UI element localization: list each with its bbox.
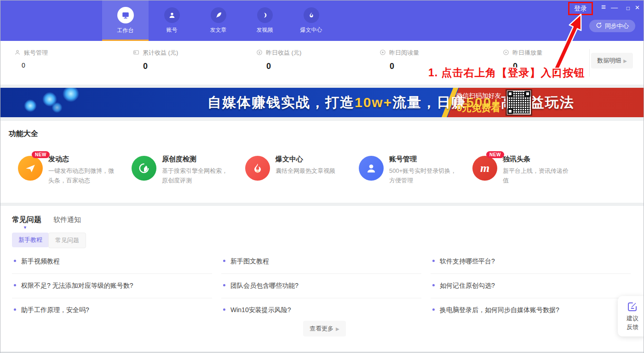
tab-publish-video[interactable]: 发视频 [242,0,288,41]
menu-button[interactable]: ≡ [601,3,606,12]
refresh-icon [596,22,602,30]
login-button[interactable]: 登录 [574,5,587,12]
faq-item[interactable]: 换电脑登录后，如何同步自媒体账号数据? [431,298,631,322]
tab-hot-center[interactable]: 爆文中心 [288,0,334,41]
view-more-label: 查看更多 [310,325,334,333]
person-icon [359,156,384,181]
edit-pen-icon [627,306,638,313]
feature-duxun-toutiao[interactable]: NEW m 独讯头条 新平台上线，资讯传递价值 [472,155,581,192]
person-outline-icon [14,49,21,57]
stat-total-income: 累计收益 (元) 0 [133,49,234,71]
faq-item[interactable]: 如何记住原创勾选? [431,274,631,298]
feature-name: 独讯头条 [503,155,530,164]
feature-name: 原创度检测 [162,155,196,164]
login-highlight-box[interactable]: 登录 [568,2,593,15]
faq-item[interactable]: Win10安装提示风险? [221,298,421,322]
feature-desc: 基于搜索引擎全网检索，原创度评测 [162,166,231,185]
tab-software-notice[interactable]: 软件通知 [53,216,81,224]
faq-item[interactable]: 新手视频教程 [12,250,212,274]
faq-column-2: 新手图文教程 团队会员包含哪些功能? Win10安装提示风险? [221,250,421,322]
view-more-button[interactable]: 查看更多 ▶ [303,321,346,336]
tab-publish-article[interactable]: 发文章 [195,0,242,41]
chevron-right-icon: ▶ [336,326,339,331]
play-circle-icon [503,49,509,57]
stat-label: 昨日收益 (元) [266,49,301,57]
feature-name: 账号管理 [389,155,417,164]
new-badge: NEW [32,151,50,158]
flame-icon [245,156,270,181]
minimize-button[interactable]: — [611,3,618,12]
faq-item[interactable]: 软件支持哪些平台? [431,250,631,274]
faq-item[interactable]: 权限不足? 无法添加对应等级的账号数? [12,274,212,298]
app-window: 工作台 账号 发文章 发视频 [0,0,644,353]
read-target-icon [380,49,386,57]
feature-desc: 新平台上线，资讯传递价值 [503,166,572,185]
tab-workbench-label: 工作台 [117,27,134,34]
divider [589,49,590,77]
pill-common-questions[interactable]: 常见问题 [48,233,86,248]
faq-item[interactable]: 新手图文教程 [221,250,421,274]
sync-center-label: 同步中心 [605,22,629,30]
stat-label: 累计收益 (元) [143,49,178,57]
data-detail-label: 数据明细 [597,57,621,65]
yen-circle-icon [256,49,263,57]
flame-icon [304,7,319,23]
sync-center-button[interactable]: 同步中心 [589,20,635,32]
promo-line2: 0元免费看 [452,102,505,114]
stat-yesterday-income: 昨日收益 (元) 0 [256,49,357,71]
feedback-label-line1: 建议 [618,314,644,323]
tab-publish-video-label: 发视频 [257,26,273,34]
tab-account[interactable]: 账号 [149,0,195,41]
stat-account-management: 账号管理 0 [14,49,115,69]
feature-desc: 一键发布动态到微博，微头条，百家动态 [48,166,117,185]
feature-desc: 500+账号实时登录切换，方便管理 [389,166,458,185]
feedback-widget[interactable]: 建议 反馈 [618,296,644,336]
account-icon [164,7,180,23]
feature-name: 爆文中心 [276,155,303,164]
video-play-icon [257,7,273,23]
new-badge: NEW [486,151,504,158]
annotation-step-text: 1. 点击右上角【登录】入口按钮 [428,66,585,80]
main-nav: 工作台 账号 发文章 发视频 [102,0,334,41]
feature-account-management[interactable]: 账号管理 500+账号实时登录切换，方便管理 [359,155,467,192]
wallet-icon [133,49,139,57]
feature-hot-center[interactable]: 爆文中心 囊括全网最热文章视频 [245,155,354,192]
stat-value: 0 [14,62,115,69]
faq-item[interactable]: 团队会员包含哪些功能? [221,274,421,298]
stat-label: 昨日播放量 [512,49,542,57]
faq-column-1: 新手视频教程 权限不足? 无法添加对应等级的账号数? 助手工作原理，安全吗? [12,250,212,322]
feedback-label-line2: 反馈 [618,323,644,331]
faq-panel: 常见问题 ▼ 软件通知 新手教程 常见问题 新手视频教程 权限不足? 无法添加对… [0,206,644,351]
pill-beginner-tutorial[interactable]: 新手教程 [12,233,49,247]
banner-promo: 微信扫码加好友 0元免费看 [452,92,505,114]
header-bar: 工作台 账号 发文章 发视频 [0,0,644,41]
close-button[interactable]: ✕ [635,3,640,12]
faq-column-3: 软件支持哪些平台? 如何记住原创勾选? 换电脑登录后，如何同步自媒体账号数据? [431,250,631,322]
maximize-button[interactable]: □ [627,4,630,13]
active-tab-triangle-icon: ▼ [23,225,27,230]
feature-post-dynamic[interactable]: NEW 发动态 一键发布动态到微博，微头条，百家动态 [18,155,126,192]
feather-pen-icon [211,7,226,23]
feature-name: 发动态 [48,155,69,164]
features-title: 功能大全 [9,129,38,139]
workbench-icon [117,7,134,23]
features-panel: 功能大全 NEW 发动态 一键发布动态到微博，微头条，百家动态 原创度检测 基于… [0,121,644,203]
stat-label: 昨日阅读量 [389,49,419,57]
chevron-right-icon: ▶ [623,58,627,63]
duxun-logo-icon: m [472,156,497,181]
tab-workbench[interactable]: 工作台 [102,0,149,41]
tab-hot-center-label: 爆文中心 [300,26,322,34]
banner-decoration [60,88,82,105]
feature-desc: 囊括全网最热文章视频 [276,166,345,176]
data-detail-button[interactable]: 数据明细 ▶ [591,53,633,68]
stat-value: 0 [133,62,234,71]
stat-value: 0 [256,62,357,71]
gauge-icon [132,156,156,181]
faq-item[interactable]: 助手工作原理，安全吗? [12,298,212,322]
tab-publish-article-label: 发文章 [210,26,227,34]
banner-decoration [22,97,39,114]
tab-faq[interactable]: 常见问题 ▼ [12,215,41,225]
feature-originality-check[interactable]: 原创度检测 基于搜索引擎全网检索，原创度评测 [132,155,240,192]
stat-label: 账号管理 [24,49,48,57]
promo-banner[interactable]: 自媒体赚钱实战，打造10w+流量，日赚500+高收益玩法 微信扫码加好友 0元免… [0,88,644,117]
